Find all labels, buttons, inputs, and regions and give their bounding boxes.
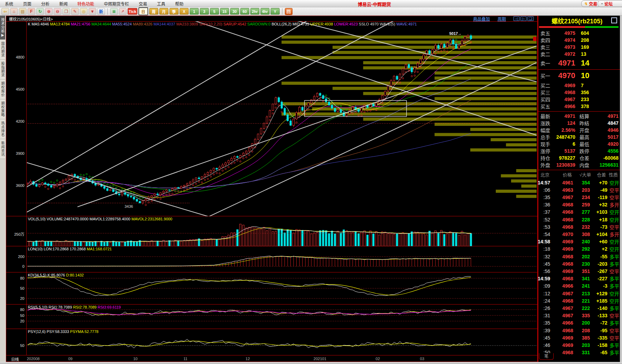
x-axis-tick: 12 [245, 357, 250, 361]
sidebar-tab-技术分析[interactable]: 技术分析▶ [0, 16, 5, 40]
price-axis-label: 3900 [7, 151, 24, 156]
info-row: 外盘1230839内盘1256631 [538, 161, 620, 168]
period-button-周[interactable]: 周 [149, 8, 158, 15]
sidebar-tab-股指期货[interactable]: 股指期货 [0, 60, 5, 79]
tab-detail[interactable]: 笔 [539, 353, 554, 360]
menu-item-特色功能[interactable]: 特色功能 [73, 1, 99, 7]
tick-row[interactable]: :264967222-140多平 [538, 304, 620, 312]
tick-row[interactable]: :354967234-119空平 [538, 194, 620, 201]
menu-item-新闻[interactable]: 新闻 [54, 1, 73, 7]
menu-item-页面[interactable]: 页面 [18, 1, 36, 7]
kd-axis-label: 20 [7, 296, 24, 301]
sidebar-tab-热点排名[interactable]: 热点排名 [0, 119, 5, 139]
prev-window-icon[interactable]: ◁ [514, 16, 519, 21]
period-button-1[interactable]: 1 [190, 8, 199, 15]
home-icon[interactable]: ⌂ [10, 8, 18, 15]
chart-link-商品叠加[interactable]: 商品叠加 [473, 16, 490, 22]
quote-table-icon[interactable]: ▦ [110, 8, 118, 15]
tick-row[interactable]: :324968202-55多平 [538, 253, 620, 260]
ask-row-1[interactable]: 卖一497114 [538, 58, 620, 69]
ask-row-4[interactable]: 卖四4974208 [538, 37, 620, 44]
menu-item-帮助[interactable]: 帮助 [170, 1, 188, 7]
tick-row[interactable]: :454969385-335空平 [538, 334, 620, 341]
ask-row-2[interactable]: 卖二497213 [538, 51, 620, 58]
chart-link-周期[interactable]: 周期 [498, 16, 506, 22]
tick-row[interactable]: :094966241-3多平 [538, 282, 620, 290]
tick-row[interactable]: 14:574961354+70空开 [538, 179, 620, 186]
menu-item-中辉期货专栏[interactable]: 中辉期货专栏 [99, 1, 134, 7]
chart-title: 螺纹2105(010605)<日线> [9, 16, 53, 22]
next-window-icon[interactable]: ▷ [521, 16, 526, 21]
tick-row[interactable]: 14:594968341-227多平 [538, 275, 620, 282]
tick-row[interactable]: :394968208-95空平 [538, 327, 620, 334]
tick-row[interactable]: :524968228+18空开 [538, 216, 620, 223]
quote-title-bar: 螺纹2105(rb2105) [538, 16, 620, 25]
filter-icon[interactable]: ▼ [89, 8, 96, 15]
tick-row[interactable]: :534968232-73空平 [538, 223, 620, 230]
bid-row-4[interactable]: 买四4967233 [538, 96, 620, 103]
tick-row[interactable]: :184969292+2空开 [538, 245, 620, 253]
menu-item-分析[interactable]: 分析 [36, 1, 54, 7]
bid-row-3[interactable]: 买三4968356 [538, 89, 620, 96]
period-button-2hr[interactable]: 2hr [250, 8, 259, 15]
period-button-月[interactable]: 月 [159, 8, 168, 15]
bid-row-1[interactable]: 买一497010 [538, 70, 620, 81]
period-button-60[interactable]: 60 [240, 8, 249, 15]
info-row: 持仓978227仓差-60068 [538, 154, 620, 161]
period-button-30[interactable]: 30 [230, 8, 239, 15]
tick-row[interactable]: :064963203-49空平 [538, 186, 620, 194]
period-button-Tick[interactable]: Tick [128, 8, 137, 15]
bid-row-5[interactable]: 买五4966378 [538, 103, 620, 110]
chart-canvas[interactable] [6, 21, 537, 362]
tick-row[interactable]: :314967335-133空平 [538, 312, 620, 319]
overlay-icon[interactable]: ❐ [62, 8, 70, 15]
refresh-icon[interactable]: ↻ [36, 8, 44, 15]
sidebar-tab-国内期货[interactable]: 国内期货 [0, 40, 5, 60]
tick-row[interactable]: :544970308+104多开 [538, 230, 620, 238]
tick-row[interactable]: :244968221+185空开 [538, 297, 620, 304]
menu-bar: 系统页面分析新闻特色功能中辉期货专栏交易工具帮助 [0, 0, 622, 7]
back-icon[interactable]: ⇦ [1, 8, 9, 15]
chart-area[interactable]: 螺纹2105(010605)<日线> 商品叠加周期◁▷❏ K MA5:4846 … [6, 16, 538, 362]
alert-icon[interactable]: ◎ [80, 8, 88, 15]
sidebar-tab-新闻资讯[interactable]: 新闻资讯 [0, 139, 5, 159]
sidebar-tab-期权策略[interactable]: 期权策略 [0, 99, 5, 119]
finance-icon[interactable]: F [28, 8, 35, 15]
chat-button[interactable]: ◓ 论坛 [598, 0, 622, 7]
ask-row-5[interactable]: 卖五4975604 [538, 30, 620, 37]
tick-row[interactable]: :374968277+103空开 [538, 208, 620, 216]
tick-row[interactable]: 14:584969240+60空开 [538, 238, 620, 245]
ask-row-3[interactable]: 卖三4973169 [538, 44, 620, 51]
info-row: 总手2487470最高5017 [538, 134, 620, 141]
split-window-icon[interactable]: ❏ [528, 16, 533, 21]
period-button-日[interactable]: 日 [138, 7, 148, 15]
menu-item-工具[interactable]: 工具 [152, 1, 170, 7]
period-button-季[interactable]: 季 [169, 8, 179, 15]
tick-row[interactable]: :464969203-158多平 [538, 341, 620, 349]
zoom-in-icon[interactable]: ⊕ [45, 8, 53, 15]
multiwindow-icon[interactable]: 回 [285, 8, 293, 15]
tick-row[interactable]: :354966200-72多平 [538, 319, 620, 327]
period-button-X[interactable]: X [180, 8, 189, 15]
draw-icon[interactable]: ✎ [71, 8, 79, 15]
menu-item-系统[interactable]: 系统 [0, 1, 18, 7]
new-icon[interactable]: 新 [97, 8, 105, 15]
zoom-out-icon[interactable]: ⊖ [54, 8, 61, 15]
menu-item-交易[interactable]: 交易 [134, 1, 152, 7]
kline-chart-icon[interactable]: ↗ [119, 8, 127, 15]
tick-row[interactable]: :454968230-203多平 [538, 260, 620, 267]
popout-window-icon[interactable] [611, 17, 617, 23]
period-button-15[interactable]: 15 [220, 8, 229, 15]
period-button-4hr[interactable]: 4hr [260, 8, 270, 15]
info-row: 最新4971结算4971 [538, 113, 620, 120]
sidebar-tab-期权报价[interactable]: 期权报价 [0, 79, 5, 99]
period-button-Y[interactable]: Y [271, 8, 280, 15]
news-icon[interactable]: ▤ [19, 8, 26, 15]
period-button-5[interactable]: 5 [210, 8, 219, 15]
lightning-icon: ↯ [584, 1, 588, 6]
tick-row[interactable]: :124967213+129空开 [538, 290, 620, 297]
tick-row[interactable]: :564969351-267空平 [538, 267, 620, 275]
bid-row-2[interactable]: 买二49697 [538, 82, 620, 89]
tick-row[interactable]: :364968259+32多开 [538, 201, 620, 208]
period-button-3[interactable]: 3 [200, 8, 209, 15]
